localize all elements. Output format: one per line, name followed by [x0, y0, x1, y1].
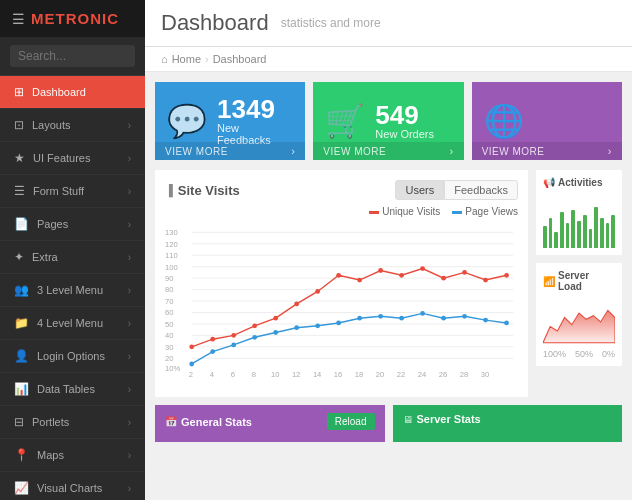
- nav-icon-3-level-menu: 👥: [14, 283, 29, 297]
- nav-icon-extra: ✦: [14, 250, 24, 264]
- svg-point-47: [315, 323, 320, 328]
- activity-bar-3: [560, 212, 564, 248]
- stat-body-orders: 549 New Orders: [375, 102, 451, 140]
- sidebar-item-layouts[interactable]: ⊡ Layouts ›: [0, 109, 145, 142]
- activity-bar-5: [571, 210, 575, 249]
- chevron-icon: ›: [128, 417, 131, 428]
- search-input[interactable]: [10, 45, 135, 67]
- stat-body-feedbacks: 1349 New Feedbacks: [217, 96, 293, 146]
- svg-point-46: [294, 325, 299, 330]
- tab-users[interactable]: Users: [395, 180, 444, 200]
- nav-label-dashboard: Dashboard: [32, 86, 86, 98]
- sidebar-item-pages[interactable]: 📄 Pages ›: [0, 208, 145, 241]
- nav-label-login-options: Login Options: [37, 350, 105, 362]
- svg-point-31: [315, 289, 320, 294]
- stat-arrow-icon-third: ›: [608, 145, 612, 157]
- sidebar-item-login-options[interactable]: 👤 Login Options ›: [0, 340, 145, 373]
- stat-label-orders: New Orders: [375, 128, 451, 140]
- svg-text:14: 14: [313, 370, 322, 379]
- sidebar-item-4-level-menu[interactable]: 📁 4 Level Menu ›: [0, 307, 145, 340]
- stat-card-third[interactable]: 🌐 VIEW MORE ›: [472, 82, 622, 160]
- tab-feedbacks[interactable]: Feedbacks: [444, 180, 518, 200]
- general-stats-icon: 📅: [165, 416, 177, 427]
- svg-text:80: 80: [165, 285, 173, 294]
- svg-point-32: [336, 273, 341, 278]
- stat-footer-feedbacks: VIEW MORE ›: [155, 142, 305, 160]
- sidebar-item-form-stuff[interactable]: ☰ Form Stuff ›: [0, 175, 145, 208]
- sidebar-logo: ☰ METRONIC: [0, 0, 145, 37]
- stat-card-orders[interactable]: 🛒 549 New Orders VIEW MORE ›: [313, 82, 463, 160]
- chart-tabs: Users Feedbacks: [395, 180, 518, 200]
- chart-header: ▐ Site Visits Users Feedbacks: [165, 180, 518, 200]
- stat-cards-row: 💬 1349 New Feedbacks VIEW MORE › 🛒 549 N…: [155, 82, 622, 160]
- sidebar-item-data-tables[interactable]: 📊 Data Tables ›: [0, 373, 145, 406]
- svg-point-37: [441, 276, 446, 281]
- nav-icon-ui-features: ★: [14, 151, 25, 165]
- svg-text:30: 30: [165, 343, 173, 352]
- stat-number-orders: 549: [375, 102, 451, 128]
- reload-button[interactable]: Reload: [327, 413, 375, 430]
- stat-icon-third: 🌐: [484, 102, 524, 140]
- server-load-labels: 100% 50% 0%: [543, 349, 615, 359]
- activity-bar-4: [566, 223, 570, 248]
- sidebar-item-maps[interactable]: 📍 Maps ›: [0, 439, 145, 472]
- svg-point-39: [483, 278, 488, 283]
- stat-card-feedbacks[interactable]: 💬 1349 New Feedbacks VIEW MORE ›: [155, 82, 305, 160]
- stat-arrow-icon-feedbacks: ›: [291, 145, 295, 157]
- footer-row: 📅 General Stats Reload 🖥 Server Stats: [155, 405, 622, 442]
- activity-bar-9: [594, 207, 598, 248]
- chevron-icon: ›: [128, 186, 131, 197]
- breadcrumb: ⌂ Home › Dashboard: [145, 47, 632, 72]
- activity-bar-6: [577, 221, 581, 249]
- sidebar-item-dashboard[interactable]: ⊞ Dashboard: [0, 76, 145, 109]
- svg-text:22: 22: [397, 370, 405, 379]
- svg-point-34: [378, 268, 383, 273]
- svg-text:16: 16: [334, 370, 342, 379]
- legend-pageviews: Page Views: [452, 206, 518, 217]
- nav-icon-4-level-menu: 📁: [14, 316, 29, 330]
- stat-footer-text-third: VIEW MORE: [482, 146, 545, 157]
- svg-point-36: [420, 266, 425, 271]
- svg-point-54: [462, 314, 467, 319]
- nav-icon-login-options: 👤: [14, 349, 29, 363]
- site-visits-panel: ▐ Site Visits Users Feedbacks Unique Vis…: [155, 170, 528, 397]
- breadcrumb-home[interactable]: Home: [172, 53, 201, 65]
- sidebar-item-visual-charts[interactable]: 📈 Visual Charts ›: [0, 472, 145, 500]
- sidebar-item-ui-features[interactable]: ★ UI Features ›: [0, 142, 145, 175]
- sidebar-item-portlets[interactable]: ⊟ Portlets ›: [0, 406, 145, 439]
- svg-point-42: [210, 349, 215, 354]
- stat-icon-orders: 🛒: [325, 102, 365, 140]
- hamburger-icon[interactable]: ☰: [12, 11, 25, 27]
- activities-icon: 📢: [543, 177, 555, 188]
- sidebar-item-extra[interactable]: ✦ Extra ›: [0, 241, 145, 274]
- nav-icon-maps: 📍: [14, 448, 29, 462]
- svg-point-38: [462, 270, 467, 275]
- activities-title: 📢 Activities: [543, 177, 615, 188]
- breadcrumb-current: Dashboard: [213, 53, 267, 65]
- nav-label-3-level-menu: 3 Level Menu: [37, 284, 103, 296]
- general-stats-header: 📅 General Stats Reload: [165, 413, 375, 430]
- sidebar-item-3-level-menu[interactable]: 👥 3 Level Menu ›: [0, 274, 145, 307]
- chevron-icon: ›: [128, 120, 131, 131]
- nav-icon-data-tables: 📊: [14, 382, 29, 396]
- svg-text:10: 10: [271, 370, 279, 379]
- svg-text:130: 130: [165, 228, 178, 237]
- svg-text:100: 100: [165, 263, 178, 272]
- svg-point-26: [210, 337, 215, 342]
- main-content: Dashboard statistics and more ⌂ Home › D…: [145, 0, 632, 500]
- nav-label-data-tables: Data Tables: [37, 383, 95, 395]
- chevron-icon: ›: [128, 318, 131, 329]
- nav-label-4-level-menu: 4 Level Menu: [37, 317, 103, 329]
- svg-text:50: 50: [165, 320, 173, 329]
- svg-text:20: 20: [165, 354, 173, 363]
- chart-legend: Unique Visits Page Views: [165, 206, 518, 217]
- svg-text:6: 6: [231, 370, 235, 379]
- svg-marker-72: [543, 310, 615, 342]
- line-chart-svg: 130 120 110 100 90 80 70 60 50 40 30 20 …: [165, 219, 518, 384]
- svg-point-45: [273, 330, 278, 335]
- nav-label-layouts: Layouts: [32, 119, 71, 131]
- server-stats-icon: 🖥: [403, 414, 413, 425]
- svg-text:60: 60: [165, 308, 173, 317]
- chevron-icon: ›: [128, 153, 131, 164]
- svg-point-52: [420, 311, 425, 316]
